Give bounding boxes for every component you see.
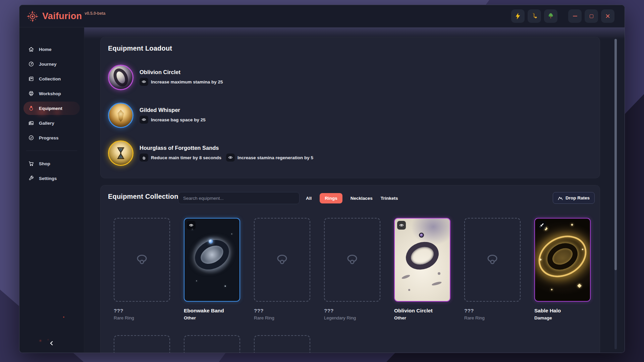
ring-artwork: [111, 66, 130, 88]
eye-icon: [187, 221, 196, 230]
sidebar-item-home[interactable]: Home: [23, 43, 80, 56]
scrollbar-track[interactable]: [614, 39, 617, 349]
card-slot-6: ??? Rare Ring: [464, 218, 521, 321]
sidebar-item-gallery[interactable]: Gallery: [23, 116, 80, 130]
cards-row: [114, 335, 310, 353]
eye-icon: [397, 221, 406, 230]
progress-icon: [28, 135, 34, 141]
cart-icon: [28, 161, 34, 167]
sidebar-collapse-button[interactable]: [46, 338, 57, 349]
sidebar-item-label: Journey: [39, 62, 57, 67]
loadout-item-effects: Increase maximum stamina by 25: [140, 78, 223, 86]
ring-placeholder-icon: [345, 253, 359, 266]
sidebar-item-label: Equipment: [39, 106, 62, 111]
saxophone-icon: [531, 12, 538, 20]
unknown-card[interactable]: [254, 335, 310, 353]
effect-badge: Reduce main timer by 8 seconds: [140, 154, 221, 162]
loadout-item-effects: Reduce main timer by 8 seconds Increase …: [140, 154, 313, 162]
gem: [209, 239, 213, 244]
equipped-item-icon[interactable]: [108, 140, 133, 166]
sidebar-item-settings[interactable]: Settings: [23, 172, 80, 185]
loadout-item-name: Gilded Whisper: [140, 107, 206, 113]
search-input[interactable]: [178, 192, 300, 204]
unknown-card[interactable]: [114, 218, 170, 302]
card-slot-10: [254, 335, 310, 353]
effect-badge: Increase maximum stamina by 25: [140, 78, 223, 86]
card-name: ???: [464, 307, 521, 314]
card-name: ???: [114, 307, 170, 314]
equipped-item-icon[interactable]: [108, 65, 133, 90]
card-slot-5: Oblivion Circlet Other: [394, 218, 450, 321]
gallery-icon: [28, 120, 34, 126]
effect-text: Increase maximum stamina by 25: [151, 79, 223, 84]
sidebar-item-label: Workshop: [39, 91, 61, 96]
unknown-card[interactable]: [184, 335, 240, 353]
card-slot-1: ??? Rare Ring: [114, 218, 170, 321]
window-body: Home Journey Collection Workshop: [19, 27, 625, 353]
app-version: v0.5.0-beta: [85, 11, 105, 16]
card-type: Other: [394, 315, 450, 321]
effect-badge: Increase stamina regeneration by 5: [226, 154, 313, 162]
chevron-left-icon: [49, 341, 54, 346]
tree-button[interactable]: [544, 9, 557, 23]
hand-icon: [140, 154, 148, 162]
sidebar-item-equipment[interactable]: Equipment: [23, 102, 80, 115]
titlebar: Vaifurion v0.5.0-beta: [19, 5, 625, 27]
maximize-button[interactable]: [585, 9, 598, 23]
lightning-icon: [514, 12, 522, 20]
card-name: ???: [254, 307, 310, 314]
sidebar-divider: [26, 150, 77, 151]
ring-placeholder-icon: [485, 253, 499, 266]
ring-placeholder-icon: [135, 253, 149, 266]
minimize-button[interactable]: [568, 9, 582, 23]
scrollbar-thumb[interactable]: [614, 39, 617, 270]
sidebar-item-collection[interactable]: Collection: [23, 72, 80, 85]
unknown-card[interactable]: [464, 218, 521, 302]
equipped-item-icon[interactable]: [108, 103, 133, 128]
ebonwake-band-card[interactable]: [184, 218, 240, 302]
loadout-item-effects: Increase bag space by 25: [140, 116, 206, 124]
oblivion-circlet-card[interactable]: [394, 218, 450, 302]
saxophone-button[interactable]: [528, 9, 541, 23]
filter-all[interactable]: All: [306, 196, 312, 201]
card-name: ???: [324, 307, 380, 314]
titlebar-actions: [511, 9, 614, 23]
effect-badge: Increase bag space by 25: [140, 116, 206, 124]
app-name: Vaifurion: [42, 9, 82, 23]
ember-particle: [40, 340, 41, 342]
collection-title: Equipment Collection: [108, 193, 178, 200]
sidebar-item-workshop[interactable]: Workshop: [23, 87, 80, 100]
loadout-item-oblivion-circlet[interactable]: Oblivion Circlet Increase maximum stamin…: [108, 64, 223, 91]
filter-rings[interactable]: Rings: [320, 193, 342, 203]
sidebar-item-journey[interactable]: Journey: [23, 57, 80, 71]
home-icon: [28, 46, 34, 52]
sidebar-item-progress[interactable]: Progress: [23, 131, 80, 144]
close-button[interactable]: [601, 9, 614, 23]
loadout-item-text: Gilded Whisper Increase bag space by 25: [140, 107, 206, 124]
main-content: Equipment Loadout Oblivion Circlet Incre…: [84, 27, 625, 353]
loadout-item-hourglass[interactable]: Hourglass of Forgotten Sands Reduce main…: [108, 140, 313, 167]
card-type: Rare Ring: [114, 315, 170, 321]
unknown-card[interactable]: [254, 218, 310, 302]
tree-icon: [547, 12, 554, 20]
sable-halo-card[interactable]: [534, 218, 591, 302]
ring-artwork: [402, 237, 442, 274]
card-type: Rare Ring: [254, 315, 310, 321]
unknown-card[interactable]: [324, 218, 380, 302]
sidebar-item-shop[interactable]: Shop: [23, 157, 80, 170]
loadout-item-gilded-whisper[interactable]: Gilded Whisper Increase bag space by 25: [108, 102, 206, 129]
ember-particle: [63, 316, 64, 318]
card-slot-4: ??? Legendary Ring: [324, 218, 380, 321]
unknown-card[interactable]: [114, 335, 170, 353]
card-slot-3: ??? Rare Ring: [254, 218, 310, 321]
filter-tabs: All Rings Necklaces Trinkets: [306, 192, 398, 204]
lightning-button[interactable]: [511, 9, 525, 23]
card-name: Sable Halo: [534, 307, 591, 314]
card-type: Legendary Ring: [324, 315, 380, 321]
eye-icon: [140, 78, 148, 86]
card-type: Rare Ring: [464, 315, 521, 321]
filter-trinkets[interactable]: Trinkets: [381, 196, 398, 201]
filter-necklaces[interactable]: Necklaces: [351, 196, 373, 201]
loadout-item-name: Oblivion Circlet: [140, 69, 223, 75]
drop-rates-button[interactable]: Drop Rates: [553, 192, 595, 204]
